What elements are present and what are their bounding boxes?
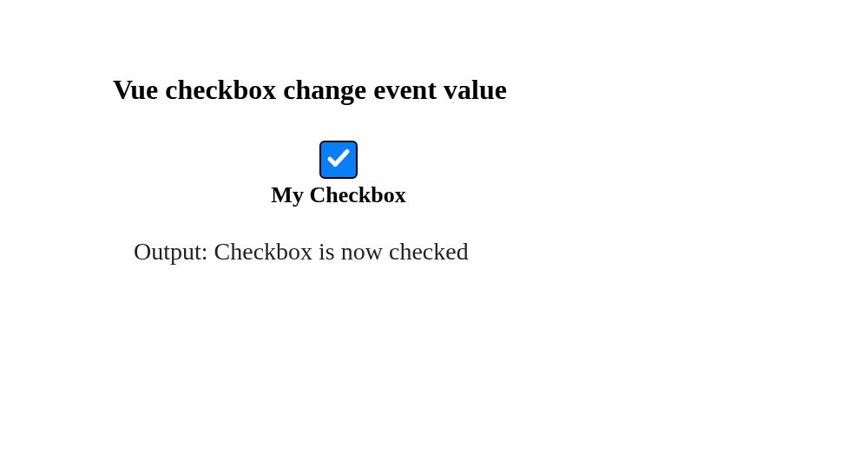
checkbox-label: My Checkbox [271, 182, 405, 208]
my-checkbox[interactable] [319, 141, 358, 179]
check-icon [326, 145, 352, 174]
page-heading: Vue checkbox change event value [113, 74, 599, 106]
output-text: Output: Checkbox is now checked [113, 238, 564, 266]
